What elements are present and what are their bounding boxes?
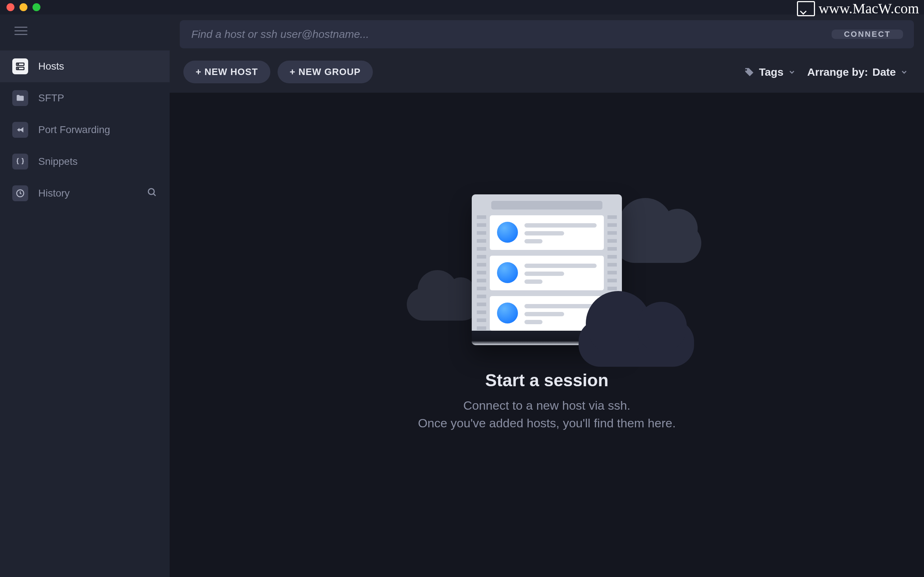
sidebar-item-label: History [38,187,69,199]
arrange-by-button[interactable]: Arrange by: Date [805,66,910,79]
main-panel: CONNECT + NEW HOST + NEW GROUP Tags Arra… [170,15,924,577]
svg-point-5 [149,189,154,194]
empty-state-subtitle: Connect to a new host via ssh. Once you'… [418,397,676,432]
sidebar-item-label: Port Forwarding [38,124,110,135]
watermark-text: www.MacW.com [819,0,919,17]
chevron-down-icon [788,68,796,76]
empty-state-title: Start a session [485,371,608,390]
watermark: www.MacW.com [797,0,919,17]
cloud-icon [615,223,701,263]
tags-label: Tags [759,66,783,78]
chevron-down-icon [900,68,908,76]
window-close-button[interactable] [6,3,15,11]
sidebar-item-port-forwarding[interactable]: Port Forwarding [0,114,170,146]
window-zoom-button[interactable] [32,3,40,11]
sidebar: Hosts SFTP Port Forwarding Snippets [0,15,170,577]
topbar: CONNECT + NEW HOST + NEW GROUP Tags Arra… [170,15,924,93]
window-minimize-button[interactable] [19,3,27,11]
cloud-icon [578,320,694,367]
connect-button[interactable]: CONNECT [832,29,903,39]
new-host-button[interactable]: + NEW HOST [183,61,270,83]
arrange-value: Date [872,66,896,78]
titlebar [0,0,924,15]
sidebar-item-snippets[interactable]: Snippets [0,146,170,177]
svg-point-3 [18,68,18,69]
host-search-input[interactable] [191,28,832,41]
folder-icon [12,90,28,106]
app-window: www.MacW.com Hosts SFTP [0,0,924,577]
new-group-button[interactable]: + NEW GROUP [278,61,373,83]
history-search-button[interactable] [147,187,157,200]
arrange-prefix: Arrange by: [808,66,868,78]
menu-toggle-button[interactable] [15,25,29,36]
sidebar-item-label: Snippets [38,156,78,167]
hosts-icon [12,58,28,74]
empty-illustration [472,194,622,345]
braces-icon [12,154,28,169]
host-search-field[interactable]: CONNECT [180,20,914,48]
empty-state: Start a session Connect to a new host vi… [170,93,924,577]
sidebar-item-sftp[interactable]: SFTP [0,82,170,114]
watermark-icon [797,1,815,16]
tag-icon [744,67,755,77]
sidebar-item-label: Hosts [38,61,64,72]
forward-icon [12,122,28,138]
svg-point-2 [18,64,18,64]
sidebar-item-history[interactable]: History [0,177,170,209]
tags-filter-button[interactable]: Tags [742,66,798,79]
history-icon [12,185,28,201]
cloud-icon [407,288,479,321]
sidebar-item-label: SFTP [38,92,64,104]
sidebar-item-hosts[interactable]: Hosts [0,50,170,82]
